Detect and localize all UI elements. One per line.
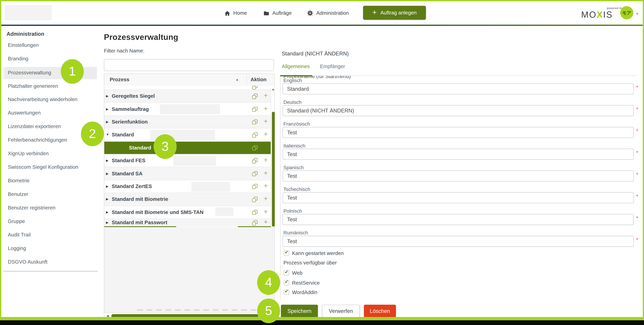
add-icon[interactable]: + [264, 156, 268, 164]
expand-icon[interactable]: ▶ [106, 198, 108, 201]
plus-icon: + [372, 8, 377, 16]
copy-icon[interactable] [252, 132, 258, 138]
add-icon[interactable]: + [264, 105, 268, 112]
add-icon[interactable]: + [264, 92, 268, 99]
filter-input[interactable] [104, 59, 274, 71]
table-row-standard-selected[interactable]: Standard [104, 142, 271, 154]
copy-icon[interactable] [252, 184, 258, 189]
copy-icon[interactable] [252, 171, 258, 176]
active-tab-underline [280, 75, 312, 76]
table-row-sammelauftrag[interactable]: ▶ Sammelauftrag + [104, 103, 271, 116]
sidebar-item-platzhalter[interactable]: Platzhalter generieren [8, 83, 58, 90]
add-icon[interactable]: + [264, 131, 268, 138]
sidebar-item-swisscom[interactable]: Swisscom Siegel Konfiguration [8, 164, 78, 171]
avatar[interactable]: モア [620, 6, 633, 19]
sidebar-item-audit-trail[interactable]: Audit Trail [8, 232, 31, 239]
field-input-polnisch[interactable] [282, 214, 634, 225]
copy-icon[interactable] [252, 220, 258, 226]
checkbox-wordaddin[interactable]: ✔ [284, 290, 289, 295]
table-header-row: Prozess Aktion [104, 74, 274, 86]
sidebar-item-einstellungen[interactable]: Einstellungen [8, 42, 38, 49]
vertical-scrollbar-thumb[interactable] [272, 112, 274, 227]
sidebar-item-auswertungen[interactable]: Auswertungen [8, 110, 40, 116]
chevron-down-icon[interactable]: ⌄ [635, 10, 640, 16]
sort-asc-icon[interactable]: ▲ [236, 78, 239, 81]
column-header-prozess[interactable]: Prozess [110, 77, 130, 82]
sidebar-item-prozessverwaltung[interactable]: Prozessverwaltung [8, 70, 51, 76]
table-row-standard-biometrie-smstan[interactable]: ▶ Standard mit Biometrie und SMS-TAN + [104, 206, 271, 219]
nav-home[interactable]: Home [224, 8, 247, 18]
sidebar-item-biometrie[interactable]: Biometrie [8, 178, 30, 184]
table-row-standard-sa[interactable]: ▶ Standard SA + [104, 167, 271, 180]
table-row-standard-parent[interactable]: ▼ Standard + [104, 129, 271, 142]
add-icon[interactable]: + [264, 219, 268, 225]
tab-empfaenger[interactable]: Empfänger [320, 64, 345, 69]
copy-icon[interactable] [252, 197, 258, 202]
expand-icon[interactable]: ▶ [106, 120, 108, 124]
scroll-left-icon[interactable]: ◀ [106, 314, 109, 317]
expand-icon[interactable]: ▶ [106, 94, 108, 98]
field-input-tschechisch[interactable] [282, 192, 634, 203]
collapse-icon[interactable]: ▼ [106, 133, 109, 137]
add-icon[interactable]: + [264, 118, 268, 125]
add-icon[interactable]: + [264, 169, 268, 176]
scroll-up-icon[interactable]: ▲ [272, 88, 275, 91]
sidebar-item-nachverarbeitung[interactable]: Nachverarbeitung wiederholen [8, 96, 77, 103]
discard-button[interactable]: Verwerfen [322, 305, 360, 317]
sidebar-item-benutzer-registrieren[interactable]: Benutzer registrieren [8, 205, 56, 212]
create-order-label: Auftrag anlegen [380, 10, 416, 16]
annotation-badge-3: 3 [154, 134, 177, 159]
field-input-spanisch[interactable] [282, 170, 634, 182]
sidebar-item-fehlerbenachrichtigungen[interactable]: Fehlerbenachrichtigungen [8, 137, 67, 144]
clipped-content-smudge [137, 309, 256, 311]
tab-allgemeines[interactable]: Allgemeines [282, 64, 310, 69]
copy-icon[interactable] [252, 158, 258, 164]
sidebar-item-gruppe[interactable]: Gruppe [8, 218, 25, 225]
table-row-standard-fes[interactable]: ▶ Standard FES + [104, 154, 271, 167]
checkbox-restservice[interactable]: ✔ [284, 280, 289, 286]
add-icon[interactable]: + [264, 182, 268, 189]
create-order-button[interactable]: + Auftrag anlegen [363, 6, 426, 20]
expand-icon[interactable]: ▶ [106, 221, 108, 224]
sidebar-item-benutzer[interactable]: Benutzer [8, 192, 28, 198]
horizontal-scrollbar-thumb[interactable] [111, 314, 258, 317]
copy-icon[interactable] [252, 107, 258, 112]
sidebar-item-logging[interactable]: Logging [8, 246, 26, 252]
expand-icon[interactable]: ▶ [106, 107, 108, 111]
sidebar-item-lizenzdatei[interactable]: Lizenzdatei exportieren [8, 124, 61, 130]
nav-auftraege-label: Aufträge [272, 10, 292, 16]
expand-icon[interactable]: ▶ [106, 159, 108, 162]
table-row-standard-zertes[interactable]: ▶ Standard ZertES + [104, 180, 271, 193]
copy-icon[interactable] [252, 120, 258, 125]
save-button[interactable]: Speichern [281, 305, 318, 317]
field-input-deutsch[interactable] [282, 105, 634, 116]
copy-icon[interactable] [252, 145, 258, 151]
header-divider [1, 25, 643, 26]
nav-administration[interactable]: Administration [307, 8, 349, 18]
table-row-standard-passwort[interactable]: ▶ Standard mit Passwort + [104, 219, 271, 226]
add-icon[interactable]: + [264, 208, 268, 215]
copy-icon[interactable] [252, 94, 258, 99]
sidebar-item-branding[interactable]: Branding [8, 56, 28, 62]
annotation-badge-5: 5 [257, 298, 280, 323]
copy-icon[interactable] [252, 210, 258, 215]
field-input-englisch[interactable] [282, 83, 634, 94]
field-input-rumaenisch[interactable] [282, 236, 634, 247]
checkbox-web[interactable]: ✔ [284, 270, 289, 276]
sidebar-item-dsgvo[interactable]: DSGVO Auskunft [8, 259, 48, 266]
table-row-standard-biometrie[interactable]: ▶ Standard mit Biometrie + [104, 193, 271, 206]
expand-icon[interactable]: ▶ [106, 172, 108, 175]
table-row-serienfunktion[interactable]: ▶ Serienfunktion + [104, 116, 271, 128]
nav-auftraege[interactable]: Aufträge [263, 8, 292, 18]
required-asterisk: * [636, 106, 640, 112]
field-input-italienisch[interactable] [282, 149, 634, 160]
table-row-geregeltes-siegel[interactable]: ▶ Geregeltes Siegel + [104, 90, 271, 103]
expand-icon[interactable]: ▶ [106, 184, 108, 188]
nav-home-label: Home [233, 10, 247, 16]
delete-button[interactable]: Löschen [364, 305, 396, 317]
sidebar-item-xignup[interactable]: XignUp verbinden [8, 151, 48, 157]
checkbox-kann-gestartet[interactable]: ✔ [284, 250, 289, 256]
add-icon[interactable]: + [264, 195, 268, 202]
expand-icon[interactable]: ▶ [106, 210, 108, 214]
field-input-franzoesisch[interactable] [282, 127, 634, 138]
